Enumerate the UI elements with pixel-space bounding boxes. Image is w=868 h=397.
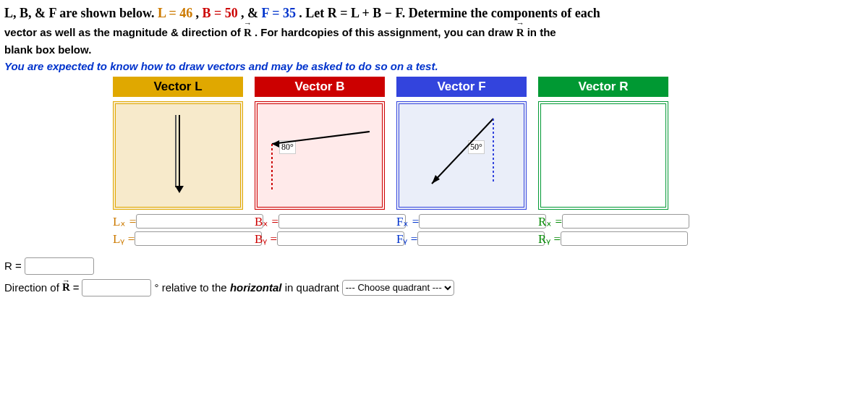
- quadrant-select[interactable]: --- Choose quadrant ---: [342, 280, 454, 296]
- r-vector-symbol: →R: [516, 24, 524, 41]
- r-magnitude-label: R =: [4, 260, 22, 272]
- test-note: You are expected to know how to draw vec…: [4, 60, 864, 72]
- r-definition: Let R = L + B − F. Determine the compone…: [305, 6, 600, 20]
- r-vector-symbol: →R: [244, 24, 252, 41]
- problem-intro: L, B, & F are shown below. L = 46 , B = …: [4, 3, 864, 59]
- vector-panels: Vector L Lₓ = Lᵧ = Vector B 80° Bₓ = Bᵧ …: [113, 77, 864, 249]
- canvas-vector-r: [538, 101, 668, 210]
- r-vector-symbol: →R: [62, 281, 70, 294]
- label-bx: Bₓ =: [255, 214, 278, 229]
- svg-marker-1: [272, 140, 279, 148]
- header-vector-b: Vector B: [255, 77, 385, 97]
- input-bx[interactable]: [278, 214, 406, 229]
- intro-prefix: L, B, & F are shown below.: [4, 6, 158, 20]
- input-ry[interactable]: [561, 231, 688, 246]
- label-by: Bᵧ =: [255, 231, 277, 247]
- panel-vector-r: Vector R Rₓ = Rᵧ =: [538, 77, 668, 249]
- header-vector-l: Vector L: [113, 77, 243, 97]
- header-vector-r: Vector R: [538, 77, 668, 97]
- l-value: L = 46: [158, 6, 192, 20]
- label-ry: Rᵧ =: [538, 231, 561, 247]
- panel-vector-f: Vector F 50° Fₓ = Fᵧ =: [396, 77, 527, 249]
- label-rx: Rₓ =: [538, 214, 562, 229]
- input-fy[interactable]: [417, 231, 545, 246]
- header-vector-f: Vector F: [396, 77, 527, 97]
- label-fy: Fᵧ =: [396, 231, 417, 247]
- canvas-vector-f: 50°: [396, 101, 527, 210]
- input-fx[interactable]: [419, 214, 546, 229]
- panel-vector-l: Vector L Lₓ = Lᵧ =: [113, 77, 243, 249]
- relative-text: ° relative to the horizontal in quadrant: [154, 281, 339, 294]
- canvas-vector-b: 80°: [255, 101, 385, 210]
- label-ly: Lᵧ =: [113, 231, 135, 247]
- panel-vector-b: Vector B 80° Bₓ = Bᵧ =: [255, 77, 385, 249]
- label-fx: Fₓ =: [396, 214, 419, 229]
- input-r-magnitude[interactable]: [25, 257, 94, 275]
- input-lx[interactable]: [136, 214, 263, 229]
- canvas-vector-l: [113, 101, 243, 210]
- direction-label-pre: Direction of: [4, 281, 59, 294]
- input-ly[interactable]: [135, 231, 262, 246]
- bottom-inputs: R = Direction of →R = ° relative to the …: [4, 257, 864, 296]
- b-value: B = 50: [202, 6, 237, 20]
- label-lx: Lₓ =: [113, 214, 136, 229]
- input-by[interactable]: [277, 231, 404, 246]
- input-r-direction[interactable]: [82, 279, 151, 296]
- svg-line-0: [272, 132, 370, 144]
- svg-line-3: [432, 119, 493, 184]
- direction-label-post: =: [73, 281, 80, 294]
- input-rx[interactable]: [562, 214, 689, 229]
- f-value: F = 35: [261, 6, 296, 20]
